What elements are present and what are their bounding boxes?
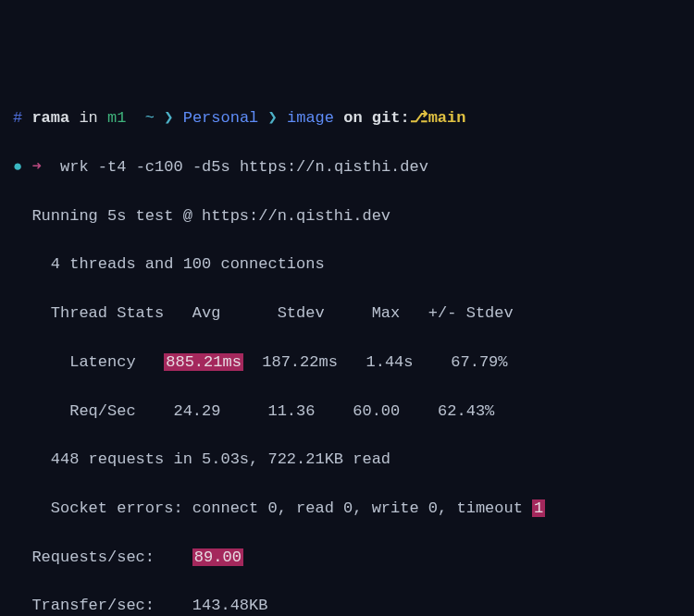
tilde: ~ — [145, 109, 155, 127]
rps-highlight: 89.00 — [192, 548, 243, 566]
output-line: 4 threads and 100 connections — [13, 253, 681, 277]
chevron-right-icon: ❯ — [268, 109, 278, 127]
branch-icon: ⎇ — [410, 109, 428, 127]
output-line: Running 5s test @ https://n.qisthi.dev — [13, 204, 681, 228]
latency-suffix: 187.22ms 1.44s 67.79% — [243, 353, 508, 371]
prompt-line-1: # rama in m1 ~ ❯ Personal ❯ image on git… — [13, 106, 681, 130]
command-line-1: ● ➜ wrk -t4 -c100 -d5s https://n.qisthi.… — [13, 155, 681, 179]
path-image: image — [287, 109, 334, 127]
socket-errors-1: Socket errors: connect 0, read 0, write … — [13, 497, 681, 521]
chevron-right-icon: ❯ — [164, 109, 173, 127]
arrow-icon: ➜ — [31, 158, 41, 176]
output-line: Thread Stats Avg Stdev Max +/- Stdev — [13, 302, 681, 326]
timeout-highlight: 1 — [532, 499, 545, 517]
path-personal: Personal — [183, 109, 259, 127]
latency-line-1: Latency 885.21ms 187.22ms 1.44s 67.79% — [13, 351, 681, 375]
word-in: in — [79, 109, 97, 127]
branch-name: main — [428, 109, 466, 127]
rps-prefix: Requests/sec: — [13, 548, 192, 566]
output-line: Transfer/sec: 143.48KB — [13, 594, 681, 616]
word-on: on — [343, 109, 362, 127]
user: rama — [31, 109, 69, 127]
latency-prefix: Latency — [13, 353, 164, 371]
output-line: 448 requests in 5.03s, 722.21KB read — [13, 448, 681, 472]
command-text: wrk -t4 -c100 -d5s https://n.qisthi.dev — [42, 158, 428, 176]
git-label: git: — [372, 109, 410, 127]
hash-icon: # — [13, 109, 22, 127]
host: m1 — [107, 109, 126, 127]
latency-highlight: 885.21ms — [164, 353, 243, 371]
bullet-icon: ● — [13, 158, 22, 176]
output-line: Req/Sec 24.29 11.36 60.00 62.43% — [13, 400, 681, 424]
socket-prefix: Socket errors: connect 0, read 0, write … — [13, 499, 532, 517]
requests-sec-1: Requests/sec: 89.00 — [13, 546, 681, 570]
